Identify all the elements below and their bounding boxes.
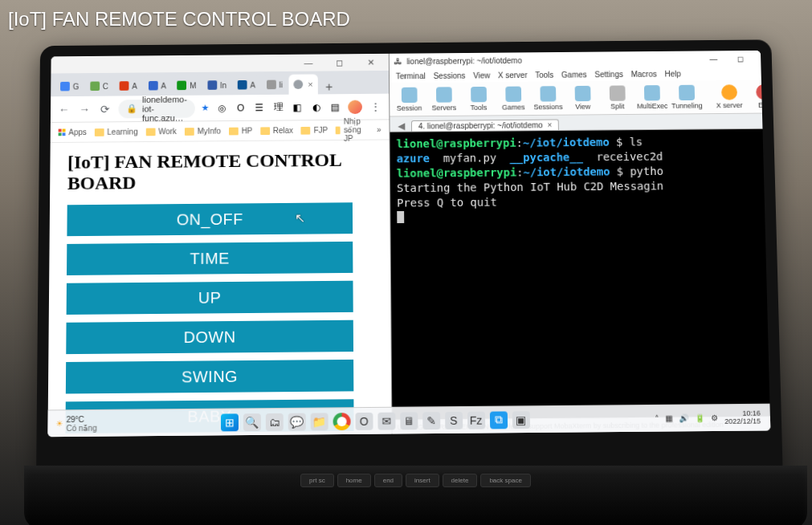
taskbar-app-icon[interactable]: ✎: [422, 412, 440, 429]
back-button[interactable]: ←: [57, 103, 71, 116]
apps-label: Apps: [68, 128, 86, 136]
tray-icon[interactable]: ▦: [665, 414, 672, 423]
menu-item[interactable]: Help: [664, 69, 680, 78]
tab-label: A: [132, 82, 137, 91]
tool-exit[interactable]: Exit: [750, 83, 770, 108]
taskbar-app-icon[interactable]: ✉: [377, 412, 395, 429]
bookmark-star-icon[interactable]: ★: [201, 103, 209, 113]
taskbar-app-icon[interactable]: O: [355, 412, 373, 429]
view-icon: [574, 85, 590, 100]
taskbar-app-icon[interactable]: 🖥: [400, 412, 418, 429]
fan-up-button[interactable]: UP: [67, 281, 353, 315]
sidebar-toggle-icon[interactable]: ◀: [394, 120, 408, 132]
browser-menu[interactable]: ⋮: [369, 100, 383, 113]
tool-label: X server: [716, 101, 743, 109]
tool-xserver[interactable]: X server: [716, 84, 743, 109]
bookmark-item[interactable]: HP: [229, 127, 252, 136]
taskbar-weather[interactable]: ☀ 29°C Có nắng: [53, 414, 100, 432]
tray-icon[interactable]: ⚙: [711, 413, 718, 422]
terminal[interactable]: lionel@raspberrypi:~/iot/iotdemo $ ls az…: [390, 129, 770, 420]
bookmark-item[interactable]: MyInfo: [185, 127, 221, 136]
taskbar-app-icon[interactable]: 🔍: [243, 413, 261, 431]
tool-label: View: [575, 102, 590, 110]
browser-tab[interactable]: In: [202, 75, 231, 95]
browser-close[interactable]: ✕: [360, 57, 382, 67]
browser-tab-active[interactable]: ×: [289, 74, 318, 94]
browser-minimize[interactable]: —: [297, 58, 319, 67]
tool-tunneling[interactable]: Tunneling: [673, 84, 700, 109]
tool-servers[interactable]: Servers: [430, 87, 458, 112]
menu-item[interactable]: Tools: [535, 71, 553, 79]
fan-time-button[interactable]: TIME: [67, 242, 353, 275]
bookmark-item[interactable]: Relax: [260, 126, 293, 135]
taskbar-clock[interactable]: 10:16 2022/12/15: [724, 409, 761, 425]
close-icon[interactable]: ×: [548, 121, 553, 130]
menu-item[interactable]: Sessions: [434, 71, 466, 80]
taskbar-app-icon[interactable]: 🗂: [265, 413, 283, 430]
extension-icon[interactable]: ◧: [291, 101, 304, 114]
menu-item[interactable]: View: [473, 71, 490, 79]
profile-avatar[interactable]: [348, 100, 362, 113]
taskbar-app-icon[interactable]: 📁: [310, 413, 328, 430]
tool-multiexec[interactable]: MultiExec: [639, 85, 666, 110]
extension-icon[interactable]: ▤: [329, 100, 342, 113]
tool-tools[interactable]: Tools: [465, 86, 492, 111]
menu-item[interactable]: Macros: [631, 69, 657, 78]
menu-item[interactable]: X server: [498, 71, 528, 79]
browser-tab[interactable]: li: [262, 75, 288, 95]
chrome-icon[interactable]: [333, 413, 350, 430]
fan-on-off-button[interactable]: ON_OFF ↖: [67, 202, 353, 236]
bookmark-item[interactable]: Work: [145, 127, 177, 136]
tray-icon[interactable]: ˄: [655, 414, 659, 423]
reload-button[interactable]: ⟳: [98, 103, 112, 116]
extension-icon[interactable]: ◎: [215, 102, 228, 115]
browser-tab[interactable]: M: [173, 75, 202, 96]
fan-down-button[interactable]: DOWN: [66, 320, 353, 354]
menu-item[interactable]: Settings: [594, 70, 623, 79]
moba-maximize[interactable]: ◻: [729, 54, 752, 63]
bookmarks-overflow[interactable]: »: [377, 125, 382, 134]
start-button[interactable]: ⊞: [221, 413, 239, 431]
taskbar-app-icon[interactable]: S: [445, 411, 463, 429]
apps-button[interactable]: Apps: [59, 128, 87, 136]
menu-item[interactable]: Terminal: [396, 71, 426, 80]
tool-split[interactable]: Split: [604, 85, 631, 110]
taskbar-app-icon[interactable]: 💬: [288, 413, 305, 430]
close-icon[interactable]: ×: [308, 79, 312, 89]
terminal-tab[interactable]: 4. lionel@raspberrypi: ~/iot/iotdemo ×: [411, 120, 560, 132]
browser-maximize[interactable]: ◻: [328, 58, 351, 68]
bookmark-item[interactable]: Learning: [95, 128, 138, 136]
fan-swing-button[interactable]: SWING: [66, 360, 353, 394]
bookmark-label: Relax: [273, 126, 293, 135]
tool-view[interactable]: View: [569, 85, 597, 110]
moba-minimize[interactable]: —: [702, 55, 724, 63]
forward-button[interactable]: →: [77, 103, 92, 116]
tool-sessions[interactable]: Sessions: [534, 86, 561, 111]
new-tab-button[interactable]: +: [319, 80, 339, 94]
extension-icon[interactable]: ◐: [310, 101, 323, 114]
taskbar-app-icon[interactable]: Fz: [467, 411, 485, 429]
extension-icon[interactable]: ☰: [253, 101, 266, 114]
browser-tab[interactable]: A: [144, 75, 171, 96]
browser-tab[interactable]: A: [233, 75, 260, 95]
bookmark-item[interactable]: Nhịp sống JP: [336, 117, 369, 143]
key-label: prt sc: [300, 474, 334, 487]
tray-icon[interactable]: 🔊: [679, 413, 688, 422]
address-bar[interactable]: 🔒 lioneldemo-iot-func.azu…: [118, 99, 194, 118]
tray-icon[interactable]: 🔋: [695, 413, 704, 422]
extension-icon[interactable]: 理: [272, 101, 285, 114]
ls-dir: __pycache__: [510, 151, 583, 164]
taskbar-app-icon[interactable]: ▣: [512, 411, 529, 429]
browser-tab[interactable]: A: [115, 75, 142, 96]
browser-tab[interactable]: G: [55, 76, 84, 96]
taskbar-app-icon[interactable]: ⧉: [489, 411, 507, 429]
bookmark-item[interactable]: FJP: [301, 126, 328, 135]
extension-icon[interactable]: O: [235, 101, 247, 114]
tool-games[interactable]: Games: [500, 86, 527, 111]
tool-session[interactable]: Session: [396, 87, 423, 112]
browser-tab[interactable]: C: [85, 76, 113, 96]
moba-close[interactable]: ✕: [756, 54, 770, 63]
tab-label: A: [251, 80, 256, 89]
browser-window: — ◻ ✕ G C A A M In A li × + ←: [47, 54, 392, 437]
menu-item[interactable]: Games: [561, 70, 587, 79]
